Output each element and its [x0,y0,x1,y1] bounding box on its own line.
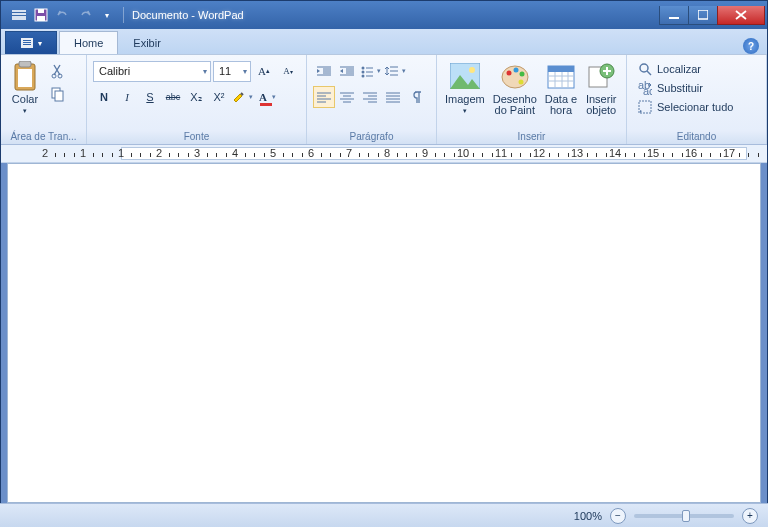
insert-date-button[interactable]: Data e hora [541,58,581,124]
shrink-font-button[interactable]: A▾ [277,60,299,82]
undo-icon[interactable] [52,6,74,24]
object-icon [585,60,617,92]
ruler-number: 5 [270,147,276,159]
calendar-icon [545,60,577,92]
clipboard-icon [9,60,41,92]
insert-paint-button[interactable]: Desenho do Paint [489,58,541,124]
bold-button[interactable]: N [93,86,115,108]
ruler-number: 17 [723,147,735,159]
cut-icon[interactable] [47,60,69,82]
ruler-number: 3 [194,147,200,159]
select-all-button[interactable]: Selecionar tudo [635,98,735,116]
align-right-button[interactable] [359,86,381,108]
superscript-button[interactable]: X² [208,86,230,108]
svg-rect-10 [23,42,31,43]
replace-icon: abac [637,80,653,96]
bullets-button[interactable] [359,60,383,82]
redo-icon[interactable] [74,6,96,24]
tab-home[interactable]: Home [59,31,118,54]
align-center-button[interactable] [336,86,358,108]
ruler-number: 7 [346,147,352,159]
picture-icon [449,60,481,92]
svg-point-19 [362,67,365,70]
ruler-number: 9 [422,147,428,159]
line-spacing-button[interactable] [384,60,408,82]
grow-font-button[interactable]: A▴ [253,60,275,82]
file-menu-button[interactable]: ▾ [5,31,57,54]
svg-rect-14 [18,69,32,87]
font-size-combo[interactable]: 11▾ [213,61,251,82]
ruler-number: 2 [156,147,162,159]
qat-dropdown-icon[interactable]: ▾ [96,6,118,24]
group-label-font: Fonte [91,129,302,144]
copy-icon[interactable] [47,83,69,105]
svg-point-26 [513,68,518,73]
ruler-number: 15 [647,147,659,159]
align-justify-button[interactable] [382,86,404,108]
group-label-editing: Editando [631,129,762,144]
ribbon: Colar▾ Área de Tran... Calibri▾ 11▾ A▴ A… [1,55,767,145]
svg-rect-1 [12,12,26,13]
highlight-button[interactable] [231,86,255,108]
ruler-number: 11 [495,147,507,159]
paragraph-dialog-button[interactable] [405,86,427,108]
ruler-number: 8 [384,147,390,159]
strike-button[interactable]: abc [162,86,184,108]
maximize-button[interactable] [688,6,718,25]
replace-button[interactable]: abacSubstituir [635,79,705,97]
font-color-button[interactable]: A [256,86,278,108]
ruler-number: 6 [308,147,314,159]
zoom-slider[interactable] [634,514,734,518]
select-all-icon [637,99,653,115]
document-area[interactable] [7,163,761,503]
ruler-number: 10 [457,147,469,159]
svg-rect-30 [548,66,574,72]
group-label-paragraph: Parágrafo [311,129,432,144]
zoom-level: 100% [574,510,602,522]
zoom-out-button[interactable]: − [610,508,626,524]
svg-point-25 [506,71,511,76]
underline-button[interactable]: S [139,86,161,108]
decrease-indent-button[interactable] [313,60,335,82]
svg-text:ac: ac [643,85,652,95]
ruler-number: 1 [80,147,86,159]
ruler-number: 2 [42,147,48,159]
title-bar: ▾ Documento - WordPad [1,1,767,29]
window-title: Documento - WordPad [132,9,660,21]
svg-rect-6 [669,17,679,19]
save-icon[interactable] [30,6,52,24]
find-icon [637,61,653,77]
svg-point-20 [362,71,365,74]
align-left-button[interactable] [313,86,335,108]
tab-view[interactable]: Exibir [118,31,176,54]
ribbon-tabs: ▾ Home Exibir ? [1,29,767,55]
quick-access-toolbar: ▾ [3,1,123,29]
svg-rect-11 [23,44,31,45]
help-icon[interactable]: ? [743,38,759,54]
insert-image-button[interactable]: Imagem▾ [441,58,489,124]
svg-rect-4 [38,9,44,13]
zoom-in-button[interactable]: + [742,508,758,524]
minimize-button[interactable] [659,6,689,25]
svg-point-27 [519,72,524,77]
svg-rect-18 [55,91,63,101]
ruler-number: 4 [232,147,238,159]
find-button[interactable]: Localizar [635,60,703,78]
svg-rect-2 [12,15,26,16]
paste-button[interactable]: Colar▾ [5,58,45,124]
subscript-button[interactable]: X₂ [185,86,207,108]
insert-object-button[interactable]: Inserir objeto [581,58,621,124]
group-label-clipboard: Área de Tran... [5,129,82,144]
ruler-number: 1 [118,147,124,159]
svg-rect-13 [19,61,31,67]
svg-rect-5 [37,16,45,21]
close-button[interactable] [717,6,765,25]
ruler-number: 16 [685,147,697,159]
ruler[interactable]: 211234567891011121314151617 [1,145,767,163]
svg-point-21 [362,75,365,78]
italic-button[interactable]: I [116,86,138,108]
qat-menu-icon[interactable] [8,6,30,24]
increase-indent-button[interactable] [336,60,358,82]
font-family-combo[interactable]: Calibri▾ [93,61,211,82]
svg-point-33 [640,64,648,72]
